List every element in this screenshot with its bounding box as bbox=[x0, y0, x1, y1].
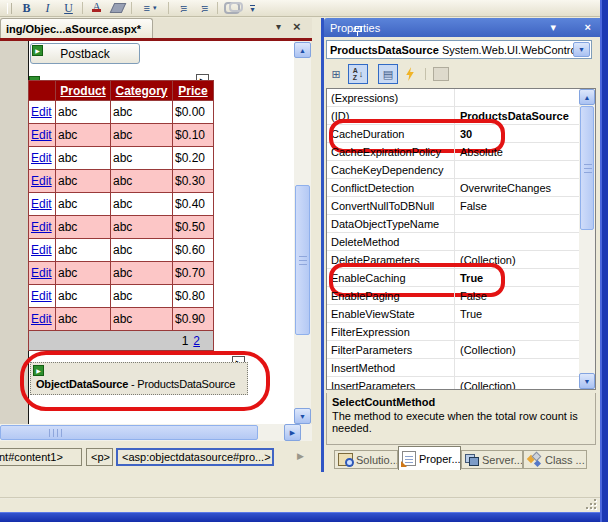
properties-window-border bbox=[321, 18, 324, 472]
property-value[interactable]: Absolute bbox=[455, 146, 579, 158]
property-pages-button[interactable] bbox=[431, 64, 451, 84]
gridview-header-row: Product Category Price bbox=[29, 81, 214, 101]
property-name[interactable]: DeleteMethod bbox=[327, 233, 455, 250]
hyperlink-button[interactable] bbox=[221, 1, 242, 16]
bullet-list-button[interactable]: :≡ bbox=[193, 1, 214, 16]
property-row: ConflictDetection OverwriteChanges bbox=[327, 179, 579, 197]
scroll-up-button[interactable]: ▲ bbox=[579, 89, 595, 105]
object-selector-dropdown[interactable]: ProductsDataSource System.Web.UI.WebCont… bbox=[326, 40, 592, 59]
property-description-pane: SelectCountMethod The method to execute … bbox=[326, 393, 596, 445]
tool-window-tabs: Solutio... Proper... Server... Class ... bbox=[326, 446, 596, 472]
edit-link[interactable]: Edit bbox=[31, 243, 52, 257]
pager-current-page: 1 bbox=[182, 334, 189, 348]
edit-link[interactable]: Edit bbox=[31, 289, 52, 303]
window-menu-chevron[interactable]: ▾ bbox=[550, 21, 556, 34]
tab-server-explorer[interactable]: Server... bbox=[461, 450, 523, 469]
edit-link[interactable]: Edit bbox=[31, 105, 52, 119]
property-name[interactable]: InsertParameters bbox=[327, 377, 455, 390]
edit-link[interactable]: Edit bbox=[31, 220, 52, 234]
highlighter-icon bbox=[109, 3, 126, 13]
scroll-up-button[interactable]: ▲ bbox=[294, 42, 311, 58]
property-name[interactable]: DeleteParameters bbox=[327, 251, 455, 268]
document-list-chevron[interactable]: ▾ bbox=[276, 21, 281, 32]
tag-navigator-forward-arrow[interactable]: ▶ bbox=[297, 451, 304, 461]
tab-properties[interactable]: Proper... bbox=[398, 446, 461, 470]
properties-view-button[interactable]: ▤ bbox=[378, 64, 398, 84]
gridview-table[interactable]: Product Category Price Edit abc abc $0.0… bbox=[28, 80, 214, 351]
close-icon[interactable]: × bbox=[585, 21, 591, 34]
property-name[interactable]: (ID) bbox=[327, 107, 455, 124]
property-value[interactable]: False bbox=[455, 200, 579, 212]
categorized-button[interactable]: ⊞ bbox=[326, 64, 346, 84]
property-value[interactable]: ProductsDataSource bbox=[455, 110, 579, 122]
property-name[interactable]: CacheExpirationPolicy bbox=[327, 143, 455, 160]
postback-button[interactable]: ▶ Postback bbox=[30, 43, 140, 64]
document-tab[interactable]: ing/Objec...aSource.aspx* bbox=[0, 18, 153, 38]
tag-path-p[interactable]: <p> bbox=[86, 448, 113, 466]
property-name[interactable]: FilterExpression bbox=[327, 323, 455, 340]
property-value[interactable]: OverwriteChanges bbox=[455, 182, 579, 194]
category-cell: abc bbox=[111, 147, 173, 170]
alphabetical-sort-button[interactable]: AZ ↓ bbox=[348, 64, 368, 84]
gridview-header-price[interactable]: Price bbox=[173, 81, 214, 101]
pin-icon[interactable] bbox=[353, 25, 362, 37]
property-name[interactable]: InsertMethod bbox=[327, 359, 455, 376]
design-surface[interactable]: ▶ Postback ▶ ▶ Product Category Price Ed… bbox=[0, 41, 294, 424]
property-value[interactable]: False bbox=[455, 290, 579, 302]
edit-link[interactable]: Edit bbox=[31, 128, 52, 142]
scrollbar-thumb[interactable] bbox=[580, 106, 594, 230]
designer-horizontal-scrollbar: ▶ bbox=[0, 424, 312, 441]
property-value[interactable]: 30 bbox=[455, 128, 579, 140]
resize-grip[interactable] bbox=[586, 499, 598, 511]
property-name[interactable]: EnablePaging bbox=[327, 287, 455, 304]
scrollbar-thumb[interactable] bbox=[0, 425, 258, 440]
property-value[interactable]: (Collection) bbox=[455, 344, 579, 356]
tab-class-view[interactable]: Class ... bbox=[523, 450, 587, 469]
pager-page-2-link[interactable]: 2 bbox=[193, 334, 200, 348]
toolbar-overflow-button[interactable]: ▾ bbox=[242, 1, 263, 16]
edit-link[interactable]: Edit bbox=[31, 174, 52, 188]
italic-button[interactable]: I bbox=[37, 1, 58, 16]
price-cell: $0.70 bbox=[173, 262, 214, 285]
tag-path-objectdatasource[interactable]: <asp:objectdatasource#pro...> bbox=[116, 448, 274, 466]
alignment-button[interactable]: ≡ ▾ bbox=[135, 1, 165, 16]
toolbar-grip[interactable] bbox=[7, 3, 12, 14]
property-name[interactable]: ConflictDetection bbox=[327, 179, 455, 196]
property-name[interactable]: FilterParameters bbox=[327, 341, 455, 358]
property-value[interactable]: True bbox=[455, 272, 579, 284]
property-name[interactable]: DataObjectTypeName bbox=[327, 215, 455, 232]
edit-link[interactable]: Edit bbox=[31, 266, 52, 280]
property-name[interactable]: (Expressions) bbox=[327, 89, 455, 106]
price-cell: $0.80 bbox=[173, 285, 214, 308]
properties-window: Properties ▾ × ProductsDataSource System… bbox=[321, 18, 600, 472]
dropdown-arrow[interactable]: ▼ bbox=[573, 42, 590, 57]
scroll-right-button[interactable]: ▶ bbox=[284, 424, 301, 441]
property-name[interactable]: EnableViewState bbox=[327, 305, 455, 322]
edit-link[interactable]: Edit bbox=[31, 312, 52, 326]
numbered-list-button[interactable]: :≡ bbox=[172, 1, 193, 16]
scroll-down-button[interactable]: ▼ bbox=[294, 408, 311, 424]
bold-button[interactable]: B bbox=[16, 1, 37, 16]
gridview-header-category[interactable]: Category bbox=[111, 81, 173, 101]
property-value[interactable]: (Collection) bbox=[455, 380, 579, 391]
property-value[interactable]: (Collection) bbox=[455, 254, 579, 266]
underline-button[interactable]: U bbox=[58, 1, 79, 16]
tag-path-content[interactable]: nt#content1> bbox=[0, 448, 82, 466]
gridview-header-product[interactable]: Product bbox=[56, 81, 111, 101]
tab-solution-explorer[interactable]: Solutio... bbox=[334, 450, 398, 469]
events-button[interactable] bbox=[400, 64, 420, 84]
property-name[interactable]: EnableCaching bbox=[327, 269, 455, 286]
property-name[interactable]: CacheDuration bbox=[327, 125, 455, 142]
description-property-name: SelectCountMethod bbox=[332, 396, 590, 408]
toolbar-separator bbox=[168, 2, 169, 14]
scroll-down-button[interactable]: ▼ bbox=[579, 373, 595, 389]
property-value[interactable]: True bbox=[455, 308, 579, 320]
document-close-button[interactable]: × bbox=[293, 19, 301, 34]
edit-link[interactable]: Edit bbox=[31, 197, 52, 211]
highlight-button[interactable] bbox=[107, 1, 128, 16]
edit-link[interactable]: Edit bbox=[31, 151, 52, 165]
property-name[interactable]: CacheKeyDependency bbox=[327, 161, 455, 178]
scrollbar-thumb[interactable] bbox=[295, 185, 310, 335]
property-name[interactable]: ConvertNullToDBNull bbox=[327, 197, 455, 214]
font-color-button[interactable]: A bbox=[86, 1, 107, 16]
